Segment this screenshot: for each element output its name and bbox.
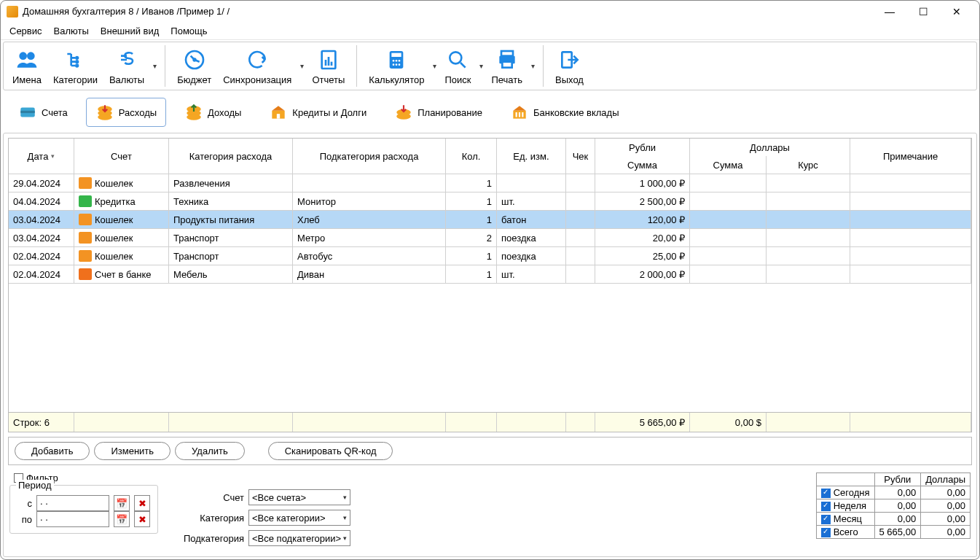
menu-внешний вид[interactable]: Внешний вид (95, 23, 165, 39)
summary-checkbox[interactable] (821, 489, 831, 498)
col-subcategory[interactable]: Подкатегория расхода (293, 139, 446, 174)
svg-point-17 (396, 63, 398, 66)
table-row[interactable]: 03.04.2024КошелекПродукты питанияХлеб1ба… (9, 211, 971, 229)
col-category[interactable]: Категория расхода (169, 139, 293, 174)
toolbar-search[interactable]: Поиск (439, 45, 477, 87)
action-buttons-bar: Добавить Изменить Удалить Сканировать QR… (8, 437, 972, 465)
table-row[interactable]: 03.04.2024КошелекТранспортМетро2поездка2… (9, 229, 971, 247)
svg-rect-10 (331, 62, 333, 66)
app-icon (7, 6, 18, 18)
table-row[interactable]: 02.04.2024КошелекТранспортАвтобус1поездк… (9, 247, 971, 265)
summary-checkbox[interactable] (821, 502, 831, 511)
svg-point-15 (399, 60, 401, 62)
main-toolbar: ИменаКатегорииВалютыБюджетСинхронизацияО… (3, 42, 977, 90)
maximize-button[interactable]: ☐ (906, 1, 940, 23)
filter-category-select[interactable]: <Все категории> (248, 510, 350, 526)
filter-account-select[interactable]: <Все счета> (248, 489, 350, 505)
svg-point-2 (77, 57, 79, 59)
svg-point-4 (77, 65, 79, 67)
account-type-icon (79, 195, 92, 207)
footer-rub-total: 5 665,00 ₽ (595, 413, 690, 432)
svg-rect-37 (516, 112, 517, 117)
toolbar-calc-dropdown[interactable] (430, 45, 439, 87)
table-row[interactable]: 29.04.2024КошелекРазвлечения11 000,00 ₽ (9, 174, 971, 192)
toolbar-reports[interactable]: Отчеты (306, 45, 350, 87)
col-rub-sum[interactable]: Сумма (595, 156, 690, 174)
toolbar-currencies[interactable]: Валюты (103, 45, 150, 87)
section-tab-accounts[interactable]: Счета (9, 98, 77, 127)
section-tab-planning[interactable]: Планирование (385, 98, 492, 127)
minimize-button[interactable]: — (873, 1, 906, 23)
col-group-rubles: Рубли (595, 139, 690, 156)
col-date[interactable]: Дата▾ (9, 139, 74, 174)
svg-rect-33 (277, 114, 280, 119)
toolbar-print-dropdown[interactable] (528, 45, 537, 87)
title-bar: Домашняя бухгалтерия 8 / Иванов /Пример … (1, 1, 979, 23)
col-account[interactable]: Счет (74, 139, 169, 174)
toolbar-sync[interactable]: Синхронизация (217, 45, 297, 87)
account-type-icon (79, 177, 92, 189)
menu-валюты[interactable]: Валюты (48, 23, 95, 39)
svg-rect-22 (502, 62, 511, 68)
delete-button[interactable]: Удалить (175, 442, 245, 460)
account-type-icon (79, 250, 92, 262)
clear-from-icon[interactable]: ✖ (134, 495, 150, 511)
table-row[interactable]: 02.04.2024Счет в банкеМебельДиван1шт.2 0… (9, 265, 971, 284)
toolbar-currencies-dropdown[interactable] (150, 45, 159, 87)
svg-point-28 (98, 114, 112, 120)
toolbar-categories[interactable]: Категории (47, 45, 103, 87)
svg-point-6 (193, 59, 195, 61)
date-from-input[interactable]: . . (36, 495, 109, 511)
col-usd-sum[interactable]: Сумма (690, 156, 767, 174)
svg-point-31 (187, 114, 201, 120)
section-tab-expenses[interactable]: Расходы (86, 98, 166, 127)
col-note[interactable]: Примечание (850, 139, 971, 174)
menu-помощь[interactable]: Помощь (165, 23, 213, 39)
menu-сервис[interactable]: Сервис (4, 23, 48, 39)
svg-point-18 (399, 63, 401, 66)
svg-rect-12 (392, 53, 401, 57)
menu-bar: СервисВалютыВнешний видПомощь (1, 23, 979, 40)
toolbar-print[interactable]: Печать (485, 45, 528, 87)
calendar-from-icon[interactable]: 📅 (114, 495, 130, 511)
svg-rect-25 (20, 111, 35, 113)
add-button[interactable]: Добавить (15, 442, 90, 460)
summary-table: РублиДоллары Сегодня0,000,00 Неделя0,000… (816, 472, 971, 539)
toolbar-exit[interactable]: Выход (549, 45, 589, 87)
toolbar-search-dropdown[interactable] (477, 45, 485, 87)
sort-desc-icon: ▾ (51, 152, 55, 160)
col-rate[interactable]: Курс (767, 156, 850, 174)
section-tab-deposits[interactable]: Банковские вклады (501, 98, 629, 127)
toolbar-sync-dropdown[interactable] (297, 45, 306, 87)
close-button[interactable]: ✕ (940, 1, 973, 23)
calendar-to-icon[interactable]: 📅 (114, 511, 130, 527)
window-title: Домашняя бухгалтерия 8 / Иванов /Пример … (23, 6, 873, 17)
table-row[interactable]: 04.04.2024КредиткаТехникаМонитор1шт.2 50… (9, 192, 971, 211)
col-group-dollars: Доллары (690, 139, 850, 156)
date-to-input[interactable]: . . (36, 511, 109, 527)
section-tab-income[interactable]: Доходы (175, 98, 251, 127)
svg-rect-20 (501, 51, 513, 56)
edit-button[interactable]: Изменить (94, 442, 170, 460)
col-unit[interactable]: Ед. изм. (497, 139, 566, 174)
col-quantity[interactable]: Кол. (446, 139, 497, 174)
summary-checkbox[interactable] (821, 515, 831, 524)
section-tabs: СчетаРасходыДоходыКредиты и ДолгиПланиро… (3, 93, 977, 131)
toolbar-names[interactable]: Имена (7, 45, 47, 87)
toolbar-budget[interactable]: Бюджет (171, 45, 217, 87)
svg-point-13 (393, 60, 395, 62)
account-type-icon (79, 214, 92, 225)
summary-checkbox[interactable] (821, 528, 831, 537)
account-type-icon (79, 268, 92, 280)
col-receipt[interactable]: Чек (566, 139, 595, 174)
filter-subcategory-select[interactable]: <Все подкатегории> (248, 530, 350, 546)
svg-rect-38 (519, 112, 520, 117)
scan-qr-button[interactable]: Сканировать QR-код (268, 442, 393, 460)
svg-rect-9 (328, 57, 330, 66)
section-tab-credits[interactable]: Кредиты и Долги (259, 98, 376, 127)
clear-to-icon[interactable]: ✖ (134, 511, 150, 527)
svg-point-35 (396, 113, 411, 120)
svg-point-0 (19, 52, 27, 60)
summary-row: Сегодня0,000,00 (817, 486, 971, 499)
toolbar-calc[interactable]: Калькулятор (363, 45, 430, 87)
